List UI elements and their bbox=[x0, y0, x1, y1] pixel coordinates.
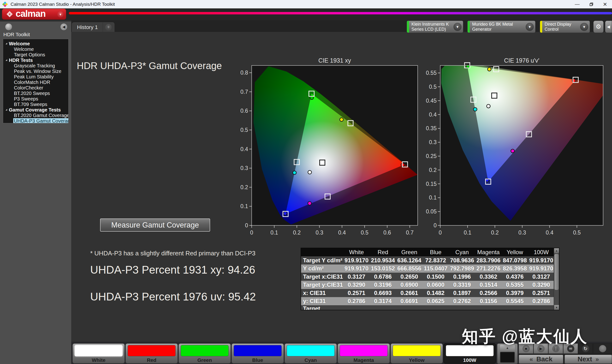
hardware-dropdown-1[interactable]: Klein Instruments K Series LCD (LED)▼ bbox=[407, 21, 463, 33]
tab-history-1[interactable]: History 1 bbox=[72, 23, 103, 32]
chevron-left-icon: ◀ bbox=[607, 25, 610, 29]
status-stripe bbox=[467, 21, 470, 33]
expander-icon bbox=[5, 109, 7, 111]
scroll-down-icon: ▼ bbox=[555, 306, 558, 309]
tree-item-grayscale-tracking[interactable]: Grayscale Tracking bbox=[5, 63, 68, 69]
next-button[interactable]: Next » bbox=[564, 355, 612, 364]
svg-text:0.8: 0.8 bbox=[240, 70, 248, 76]
table-row: Target x:CIE310.31270.67860.26500.15000.… bbox=[301, 273, 559, 281]
svg-text:0.15: 0.15 bbox=[426, 181, 437, 187]
watermark: 知乎 @蓝大仙人 bbox=[462, 326, 588, 348]
app-window: Calman 2023 Calman Studio - Analysis/HDR… bbox=[0, 0, 612, 364]
tree-item-p3-sweeps[interactable]: P3 Sweeps bbox=[5, 96, 68, 102]
patch-red[interactable]: Red bbox=[125, 343, 178, 364]
add-tab-button[interactable]: + bbox=[103, 23, 114, 32]
sidebar-title: HDR Toolkit bbox=[3, 32, 30, 38]
workflow-options-button[interactable] bbox=[5, 24, 12, 30]
collapse-sidebar-button[interactable]: ◀ bbox=[60, 24, 67, 30]
patch-label: Cyan bbox=[285, 357, 337, 363]
minimize-button[interactable]: — bbox=[570, 0, 584, 8]
scroll-down-button[interactable]: ▼ bbox=[554, 305, 559, 310]
gear-icon: ⚙ bbox=[596, 23, 601, 30]
tree-item-bt-2020-sweeps[interactable]: BT.2020 Sweeps bbox=[5, 91, 68, 96]
table-scrollbar[interactable]: ▲ ▼ bbox=[554, 248, 559, 310]
patch-blue[interactable]: Blue bbox=[231, 343, 284, 364]
tree-item-target-options[interactable]: Target Options bbox=[5, 52, 68, 58]
table-row: y: CIE310.27860.31740.66910.06250.27620.… bbox=[301, 297, 559, 305]
scroll-up-button[interactable]: ▲ bbox=[554, 248, 559, 253]
tree-item-peak-vs-window-size[interactable]: Peak vs. Window Size bbox=[5, 69, 68, 74]
tree-item-peak-lum-stability[interactable]: Peak Lum Stability bbox=[5, 74, 68, 80]
svg-text:0.3: 0.3 bbox=[316, 230, 323, 236]
spectrum-gradient-bar bbox=[69, 12, 612, 14]
status-stripe bbox=[407, 21, 409, 33]
svg-text:0.4: 0.4 bbox=[240, 146, 248, 152]
calman-diamond-icon bbox=[5, 10, 14, 18]
svg-text:0.05: 0.05 bbox=[426, 208, 437, 215]
svg-text:0.1: 0.1 bbox=[464, 230, 471, 236]
record-button[interactable] bbox=[593, 343, 612, 354]
svg-text:0.5: 0.5 bbox=[429, 84, 437, 90]
patch-green[interactable]: Green bbox=[178, 343, 231, 364]
minimize-icon: — bbox=[575, 1, 580, 7]
svg-text:0.7: 0.7 bbox=[406, 230, 413, 236]
tree-group[interactable]: Gamut Coverage Tests bbox=[5, 107, 68, 113]
table-row: Target y:CIE310.32900.31960.69000.06000.… bbox=[301, 281, 559, 289]
patch-swatch bbox=[181, 345, 229, 356]
restore-button[interactable] bbox=[584, 0, 598, 8]
cie-1931-chart: CIE 1931 xy00.10.20.30.40.50.60.700.10.2… bbox=[237, 56, 421, 240]
close-button[interactable]: × bbox=[598, 0, 612, 8]
svg-text:0.2: 0.2 bbox=[429, 167, 437, 173]
patch-cyan[interactable]: Cyan bbox=[284, 343, 337, 364]
patch-label: Magenta bbox=[338, 357, 390, 363]
logo-menu-button[interactable]: ▼ bbox=[57, 11, 64, 17]
svg-text:0.5: 0.5 bbox=[361, 230, 369, 236]
page-title: HDR UHDA-P3* Gamut Coverage bbox=[77, 60, 222, 71]
tree-item-colormatch-hdr[interactable]: ColorMatch HDR bbox=[5, 80, 68, 85]
svg-text:0.45: 0.45 bbox=[426, 98, 437, 104]
svg-text:0: 0 bbox=[250, 230, 253, 236]
tree-group[interactable]: Welcome bbox=[5, 41, 68, 47]
tab-bar: History 1 + Klein Instruments K Series L… bbox=[71, 20, 612, 32]
measure-gamut-coverage-button[interactable]: Measure Gamut Coverage bbox=[100, 219, 210, 232]
hardware-dropdown-3[interactable]: Direct Display Control▼ bbox=[540, 21, 590, 33]
tree-item-colorchecker[interactable]: ColorChecker bbox=[5, 85, 68, 91]
patch-label: 100W bbox=[444, 357, 496, 363]
patch-swatch bbox=[287, 345, 335, 356]
svg-text:0.1: 0.1 bbox=[240, 203, 248, 209]
tree-item-bt-709-sweeps[interactable]: BT.709 Sweeps bbox=[5, 102, 68, 107]
tree-group[interactable]: HDR Tests bbox=[5, 58, 68, 63]
chevron-left-icon: ◀ bbox=[62, 25, 65, 29]
chevrons-right-icon: » bbox=[596, 356, 599, 363]
calman-logo[interactable]: calman ▼ bbox=[2, 9, 66, 20]
dropdown-label: Murideo 6G 8K Metal Generator bbox=[470, 22, 526, 32]
svg-text:CIE 1931 xy: CIE 1931 xy bbox=[318, 57, 351, 64]
collapse-right-panel-button[interactable]: ◀ bbox=[605, 21, 612, 33]
preview-screen bbox=[500, 352, 515, 363]
patch-swatch bbox=[128, 345, 176, 356]
app-icon bbox=[2, 2, 8, 7]
svg-text:0.7: 0.7 bbox=[240, 89, 248, 95]
window-title: Calman 2023 Calman Studio - Analysis/HDR… bbox=[11, 2, 115, 7]
patch-magenta[interactable]: Magenta bbox=[338, 343, 390, 364]
patch-white[interactable]: White bbox=[72, 343, 125, 364]
hardware-dropdown-2[interactable]: Murideo 6G 8K Metal Generator▼ bbox=[467, 21, 535, 33]
tree-item-uhda-p3-gamut-coverage[interactable]: UHDA-P3 Gamut Coverage bbox=[5, 118, 68, 123]
status-stripe bbox=[540, 21, 542, 33]
back-button[interactable]: « Back bbox=[519, 355, 563, 364]
tree-item-welcome[interactable]: Welcome bbox=[5, 47, 68, 52]
logo-row: calman ▼ bbox=[0, 8, 612, 20]
chevron-down-icon: ▼ bbox=[526, 23, 534, 31]
svg-text:0.2: 0.2 bbox=[240, 184, 248, 190]
settings-button[interactable]: ⚙ bbox=[593, 21, 604, 33]
dropdown-label: Direct Display Control bbox=[542, 22, 580, 32]
svg-text:0.25: 0.25 bbox=[426, 153, 437, 159]
chevron-down-icon: ▼ bbox=[453, 23, 462, 31]
title-bar: Calman 2023 Calman Studio - Analysis/HDR… bbox=[0, 0, 612, 8]
tree-item-bt-2020-gamut-coverage[interactable]: BT.2020 Gamut Coverage bbox=[5, 113, 68, 118]
scrollbar-thumb[interactable] bbox=[554, 254, 559, 290]
svg-text:0.2: 0.2 bbox=[491, 230, 499, 236]
chevron-down-icon: ▼ bbox=[580, 23, 588, 31]
patch-yellow[interactable]: Yellow bbox=[391, 343, 443, 364]
calman-logo-text: calman bbox=[16, 9, 46, 19]
